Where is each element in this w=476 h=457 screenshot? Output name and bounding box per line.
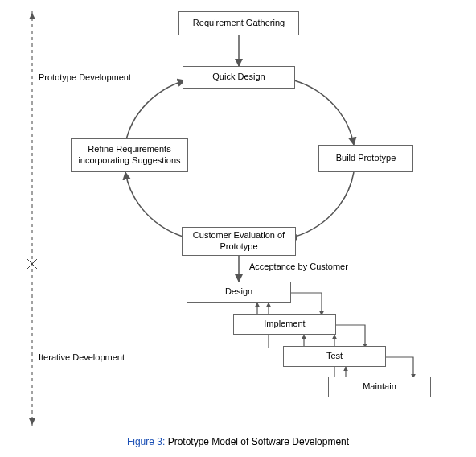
box-design: Design: [187, 282, 291, 303]
figure-title: Prototype Model of Software Development: [168, 436, 349, 447]
box-implement: Implement: [233, 314, 336, 335]
figure-caption: Figure 3: Prototype Model of Software De…: [0, 436, 476, 447]
diagram-prototype-model: Prototype Development Iterative Developm…: [0, 0, 476, 457]
box-test: Test: [283, 346, 386, 367]
box-customer-evaluation: Customer Evaluation of Prototype: [182, 227, 296, 256]
box-refine-requirements: Refine Requirements incorporating Sugges…: [71, 138, 188, 172]
label-prototype-development: Prototype Development: [39, 72, 131, 82]
box-requirement-gathering: Requirement Gathering: [178, 11, 299, 35]
label-acceptance: Acceptance by Customer: [249, 261, 348, 271]
figure-number: Figure 3:: [127, 436, 165, 447]
box-build-prototype: Build Prototype: [318, 145, 413, 172]
box-maintain: Maintain: [328, 377, 431, 397]
label-iterative-development: Iterative Development: [39, 352, 125, 362]
box-quick-design: Quick Design: [183, 66, 295, 89]
